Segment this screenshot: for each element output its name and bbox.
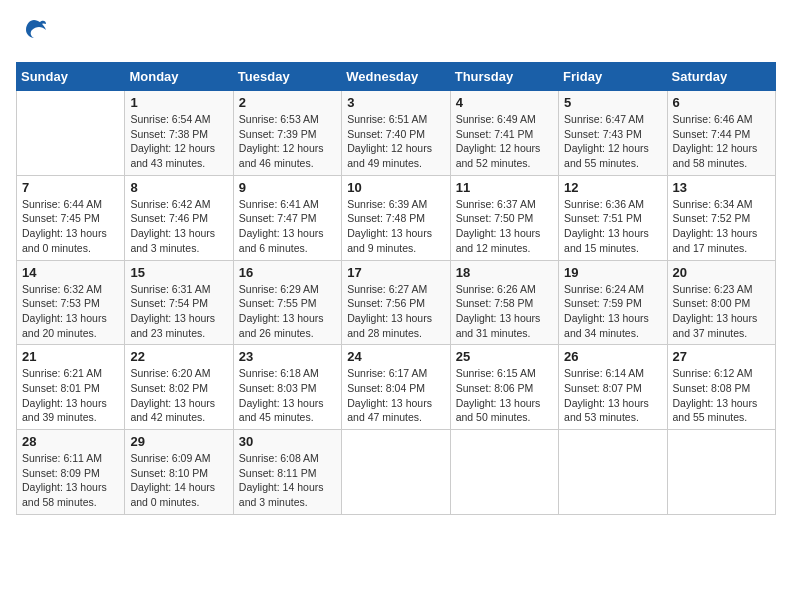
- calendar-cell: 10Sunrise: 6:39 AM Sunset: 7:48 PM Dayli…: [342, 175, 450, 260]
- day-number: 19: [564, 265, 661, 280]
- day-number: 6: [673, 95, 770, 110]
- day-number: 24: [347, 349, 444, 364]
- calendar-cell: 1Sunrise: 6:54 AM Sunset: 7:38 PM Daylig…: [125, 91, 233, 176]
- weekday-header: Monday: [125, 63, 233, 91]
- calendar-cell: 18Sunrise: 6:26 AM Sunset: 7:58 PM Dayli…: [450, 260, 558, 345]
- day-info: Sunrise: 6:27 AM Sunset: 7:56 PM Dayligh…: [347, 282, 444, 341]
- day-number: 13: [673, 180, 770, 195]
- logo-bird-icon: [20, 16, 48, 50]
- calendar-cell: 30Sunrise: 6:08 AM Sunset: 8:11 PM Dayli…: [233, 430, 341, 515]
- day-number: 14: [22, 265, 119, 280]
- day-info: Sunrise: 6:14 AM Sunset: 8:07 PM Dayligh…: [564, 366, 661, 425]
- day-info: Sunrise: 6:09 AM Sunset: 8:10 PM Dayligh…: [130, 451, 227, 510]
- day-number: 8: [130, 180, 227, 195]
- day-number: 25: [456, 349, 553, 364]
- day-number: 5: [564, 95, 661, 110]
- day-number: 12: [564, 180, 661, 195]
- calendar-cell: 22Sunrise: 6:20 AM Sunset: 8:02 PM Dayli…: [125, 345, 233, 430]
- day-number: 30: [239, 434, 336, 449]
- calendar-cell: 28Sunrise: 6:11 AM Sunset: 8:09 PM Dayli…: [17, 430, 125, 515]
- calendar-cell: [342, 430, 450, 515]
- calendar-cell: 13Sunrise: 6:34 AM Sunset: 7:52 PM Dayli…: [667, 175, 775, 260]
- calendar-cell: 2Sunrise: 6:53 AM Sunset: 7:39 PM Daylig…: [233, 91, 341, 176]
- day-number: 28: [22, 434, 119, 449]
- day-info: Sunrise: 6:37 AM Sunset: 7:50 PM Dayligh…: [456, 197, 553, 256]
- calendar-cell: 7Sunrise: 6:44 AM Sunset: 7:45 PM Daylig…: [17, 175, 125, 260]
- day-number: 15: [130, 265, 227, 280]
- day-number: 4: [456, 95, 553, 110]
- calendar-cell: 29Sunrise: 6:09 AM Sunset: 8:10 PM Dayli…: [125, 430, 233, 515]
- day-info: Sunrise: 6:29 AM Sunset: 7:55 PM Dayligh…: [239, 282, 336, 341]
- calendar-cell: 19Sunrise: 6:24 AM Sunset: 7:59 PM Dayli…: [559, 260, 667, 345]
- calendar-cell: 11Sunrise: 6:37 AM Sunset: 7:50 PM Dayli…: [450, 175, 558, 260]
- day-number: 29: [130, 434, 227, 449]
- calendar-cell: 5Sunrise: 6:47 AM Sunset: 7:43 PM Daylig…: [559, 91, 667, 176]
- day-number: 7: [22, 180, 119, 195]
- day-number: 11: [456, 180, 553, 195]
- day-info: Sunrise: 6:44 AM Sunset: 7:45 PM Dayligh…: [22, 197, 119, 256]
- day-number: 22: [130, 349, 227, 364]
- day-info: Sunrise: 6:46 AM Sunset: 7:44 PM Dayligh…: [673, 112, 770, 171]
- day-info: Sunrise: 6:54 AM Sunset: 7:38 PM Dayligh…: [130, 112, 227, 171]
- calendar-cell: 3Sunrise: 6:51 AM Sunset: 7:40 PM Daylig…: [342, 91, 450, 176]
- calendar-cell: 6Sunrise: 6:46 AM Sunset: 7:44 PM Daylig…: [667, 91, 775, 176]
- logo: [16, 16, 48, 50]
- calendar-cell: 12Sunrise: 6:36 AM Sunset: 7:51 PM Dayli…: [559, 175, 667, 260]
- day-info: Sunrise: 6:08 AM Sunset: 8:11 PM Dayligh…: [239, 451, 336, 510]
- calendar-cell: 25Sunrise: 6:15 AM Sunset: 8:06 PM Dayli…: [450, 345, 558, 430]
- day-info: Sunrise: 6:47 AM Sunset: 7:43 PM Dayligh…: [564, 112, 661, 171]
- day-number: 21: [22, 349, 119, 364]
- weekday-header: Sunday: [17, 63, 125, 91]
- day-number: 9: [239, 180, 336, 195]
- day-info: Sunrise: 6:39 AM Sunset: 7:48 PM Dayligh…: [347, 197, 444, 256]
- day-info: Sunrise: 6:34 AM Sunset: 7:52 PM Dayligh…: [673, 197, 770, 256]
- calendar-cell: 8Sunrise: 6:42 AM Sunset: 7:46 PM Daylig…: [125, 175, 233, 260]
- day-info: Sunrise: 6:23 AM Sunset: 8:00 PM Dayligh…: [673, 282, 770, 341]
- day-number: 27: [673, 349, 770, 364]
- day-number: 2: [239, 95, 336, 110]
- day-number: 16: [239, 265, 336, 280]
- day-info: Sunrise: 6:20 AM Sunset: 8:02 PM Dayligh…: [130, 366, 227, 425]
- day-info: Sunrise: 6:17 AM Sunset: 8:04 PM Dayligh…: [347, 366, 444, 425]
- calendar-cell: [667, 430, 775, 515]
- calendar-cell: 20Sunrise: 6:23 AM Sunset: 8:00 PM Dayli…: [667, 260, 775, 345]
- day-info: Sunrise: 6:31 AM Sunset: 7:54 PM Dayligh…: [130, 282, 227, 341]
- weekday-header: Friday: [559, 63, 667, 91]
- calendar-cell: 24Sunrise: 6:17 AM Sunset: 8:04 PM Dayli…: [342, 345, 450, 430]
- day-info: Sunrise: 6:15 AM Sunset: 8:06 PM Dayligh…: [456, 366, 553, 425]
- weekday-header: Tuesday: [233, 63, 341, 91]
- weekday-header: Saturday: [667, 63, 775, 91]
- calendar-cell: 21Sunrise: 6:21 AM Sunset: 8:01 PM Dayli…: [17, 345, 125, 430]
- calendar-cell: 4Sunrise: 6:49 AM Sunset: 7:41 PM Daylig…: [450, 91, 558, 176]
- day-info: Sunrise: 6:53 AM Sunset: 7:39 PM Dayligh…: [239, 112, 336, 171]
- calendar-cell: 15Sunrise: 6:31 AM Sunset: 7:54 PM Dayli…: [125, 260, 233, 345]
- day-number: 20: [673, 265, 770, 280]
- calendar-cell: [17, 91, 125, 176]
- day-number: 26: [564, 349, 661, 364]
- day-info: Sunrise: 6:49 AM Sunset: 7:41 PM Dayligh…: [456, 112, 553, 171]
- page-header: [16, 16, 776, 50]
- weekday-header: Thursday: [450, 63, 558, 91]
- day-number: 23: [239, 349, 336, 364]
- calendar-cell: 14Sunrise: 6:32 AM Sunset: 7:53 PM Dayli…: [17, 260, 125, 345]
- day-info: Sunrise: 6:21 AM Sunset: 8:01 PM Dayligh…: [22, 366, 119, 425]
- calendar-cell: 16Sunrise: 6:29 AM Sunset: 7:55 PM Dayli…: [233, 260, 341, 345]
- calendar-table: SundayMondayTuesdayWednesdayThursdayFrid…: [16, 62, 776, 515]
- day-info: Sunrise: 6:42 AM Sunset: 7:46 PM Dayligh…: [130, 197, 227, 256]
- calendar-cell: 23Sunrise: 6:18 AM Sunset: 8:03 PM Dayli…: [233, 345, 341, 430]
- day-number: 10: [347, 180, 444, 195]
- day-number: 17: [347, 265, 444, 280]
- calendar-cell: [450, 430, 558, 515]
- day-info: Sunrise: 6:26 AM Sunset: 7:58 PM Dayligh…: [456, 282, 553, 341]
- day-info: Sunrise: 6:24 AM Sunset: 7:59 PM Dayligh…: [564, 282, 661, 341]
- day-info: Sunrise: 6:51 AM Sunset: 7:40 PM Dayligh…: [347, 112, 444, 171]
- calendar-cell: 27Sunrise: 6:12 AM Sunset: 8:08 PM Dayli…: [667, 345, 775, 430]
- day-number: 1: [130, 95, 227, 110]
- calendar-cell: [559, 430, 667, 515]
- calendar-cell: 9Sunrise: 6:41 AM Sunset: 7:47 PM Daylig…: [233, 175, 341, 260]
- calendar-cell: 26Sunrise: 6:14 AM Sunset: 8:07 PM Dayli…: [559, 345, 667, 430]
- day-info: Sunrise: 6:12 AM Sunset: 8:08 PM Dayligh…: [673, 366, 770, 425]
- day-info: Sunrise: 6:32 AM Sunset: 7:53 PM Dayligh…: [22, 282, 119, 341]
- day-number: 3: [347, 95, 444, 110]
- day-info: Sunrise: 6:36 AM Sunset: 7:51 PM Dayligh…: [564, 197, 661, 256]
